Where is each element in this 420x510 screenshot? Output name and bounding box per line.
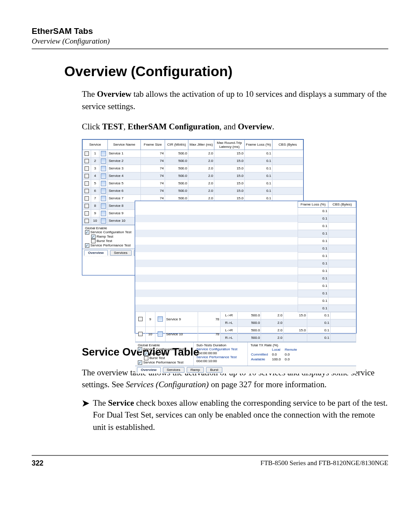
frame-size: 74: [141, 180, 165, 187]
table-row: 5Service 574500.02.015.00.1: [83, 180, 303, 187]
svc-num: 6: [91, 187, 99, 194]
value: 0.0: [284, 352, 298, 357]
latency: 15.0: [214, 180, 245, 187]
bottom-panel: Global Enable ✓ Service Configuration Te…: [135, 342, 356, 366]
label: Local: [269, 347, 284, 352]
frame-size: 78: [198, 327, 221, 341]
settings-icon[interactable]: [101, 203, 106, 209]
checkbox-ramp[interactable]: ✓: [91, 235, 96, 239]
table-row: 10 Service 10 78 L->R 500.0 2.0 15.0 0.1: [136, 327, 356, 334]
tab-overview[interactable]: Overview: [137, 367, 161, 373]
col-cbs: CBS (Bytes: [273, 139, 303, 150]
tab-services[interactable]: Services: [110, 250, 132, 256]
subtests-duration-title: Sub-Tests Duration: [196, 343, 245, 347]
checkbox-ramp[interactable]: ✓: [144, 352, 148, 356]
dir: L->R: [221, 327, 238, 334]
cbs: [273, 165, 303, 172]
table-row: 0.1: [135, 252, 356, 260]
cir: 500.0: [165, 157, 188, 165]
tab-burst[interactable]: Burst: [206, 367, 222, 373]
settings-icon[interactable]: [101, 158, 106, 164]
latency: 15.0: [284, 327, 307, 334]
tab-ramp[interactable]: Ramp: [187, 367, 204, 373]
frame-loss: 0.1: [245, 165, 273, 172]
cir: 500.0: [238, 334, 261, 341]
service-checkbox[interactable]: [85, 159, 89, 163]
table-row: 0.1: [135, 267, 356, 275]
frame-loss: 0.1: [245, 180, 273, 187]
service-checkbox[interactable]: [138, 317, 143, 321]
service-checkbox[interactable]: [85, 189, 89, 193]
frame-loss: 0.1: [307, 312, 330, 319]
col-cbs: CBS (Bytes): [328, 201, 356, 207]
settings-icon[interactable]: [101, 181, 106, 186]
settings-icon[interactable]: [101, 188, 106, 194]
svc-num: 8: [91, 202, 99, 209]
svc-num: 1: [91, 150, 99, 157]
value: 00d:00:10:00: [196, 359, 245, 363]
svc-num: 3: [91, 165, 99, 172]
table-row: 3Service 374500.02.015.00.1: [83, 165, 303, 172]
jitter: 2.0: [261, 319, 284, 327]
latency: 15.0: [214, 172, 245, 180]
service-checkbox[interactable]: [85, 204, 89, 208]
checkbox-burst[interactable]: [91, 239, 96, 243]
text: Click: [82, 122, 102, 131]
frame-loss: 0.1: [298, 222, 328, 230]
service-checkbox[interactable]: [85, 181, 89, 186]
label: Ramp Test: [96, 235, 113, 238]
jitter: 2.0: [188, 187, 214, 194]
table-row: 0.1: [135, 305, 356, 312]
tab-services[interactable]: Services: [163, 367, 184, 373]
value: 100.0: [269, 357, 284, 362]
cir: 500.0: [238, 327, 261, 334]
table-row: 0.1: [135, 290, 356, 297]
tab-overview[interactable]: Overview: [84, 250, 108, 256]
label: Committed: [251, 352, 269, 357]
settings-icon[interactable]: [101, 151, 106, 156]
bullet-arrow-icon: ➤: [82, 397, 89, 433]
checkbox-sct[interactable]: ✓: [85, 230, 89, 235]
svc-num: 5: [91, 180, 99, 187]
service-checkbox[interactable]: [85, 151, 89, 156]
cbs: [273, 172, 303, 180]
jitter: 2.0: [261, 312, 284, 319]
service-checkbox[interactable]: [85, 211, 89, 216]
frame-size: 74: [141, 150, 165, 157]
checkbox-sct[interactable]: ✓: [138, 347, 142, 352]
settings-icon[interactable]: [101, 166, 106, 171]
label: Service Performance Test: [196, 355, 245, 359]
label: Ramp Test: [149, 352, 166, 356]
svc-name: Service 9: [165, 312, 198, 327]
text: check boxes allow enabling the correspon…: [93, 398, 388, 432]
checkbox-burst[interactable]: [144, 356, 148, 360]
col-frame-loss: Frame Loss (%): [298, 201, 328, 207]
table-header-row: Service Service Name Frame Size CIR (Mbi…: [83, 139, 303, 150]
table-row: 4Service 474500.02.015.00.1: [83, 172, 303, 180]
frame-loss: 0.1: [298, 267, 328, 275]
settings-icon[interactable]: [101, 173, 106, 179]
service-checkbox[interactable]: [85, 174, 89, 178]
svc-name: Service 1: [108, 150, 141, 157]
settings-icon[interactable]: [101, 218, 106, 224]
table-row: 0.1: [135, 222, 356, 230]
checkbox-spt[interactable]: ✓: [138, 360, 142, 365]
frame-loss: 0.1: [298, 215, 328, 222]
latency: 15.0: [214, 187, 245, 194]
table-row: 0.1: [135, 275, 356, 282]
service-checkbox[interactable]: [85, 219, 89, 223]
settings-icon[interactable]: [101, 211, 106, 216]
service-table-right: Frame Loss (%) CBS (Bytes) 0.10.10.10.10…: [135, 201, 356, 312]
checkbox-spt[interactable]: ✓: [85, 243, 89, 248]
text: ,: [124, 122, 128, 131]
settings-icon[interactable]: [158, 331, 163, 337]
settings-icon[interactable]: [158, 316, 163, 322]
table-row: 9 Service 9 78 L->R 500.0 2.0 15.0 0.1: [136, 312, 356, 319]
col-max-latency: Max Round-Trip Latency (ms): [214, 139, 245, 150]
service-checkbox[interactable]: [85, 166, 89, 171]
service-checkbox[interactable]: [85, 196, 89, 201]
table-row: 0.1: [135, 237, 356, 245]
settings-icon[interactable]: [101, 196, 106, 201]
table-row: 6Service 674500.02.015.00.1: [83, 187, 303, 194]
service-checkbox[interactable]: [138, 332, 143, 336]
